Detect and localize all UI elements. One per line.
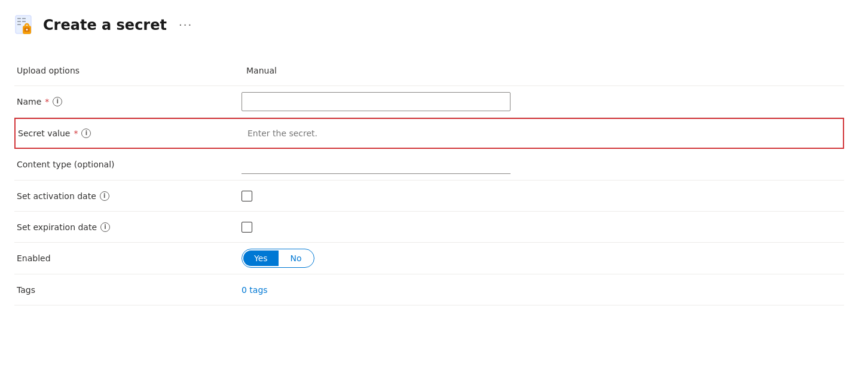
toggle-no-option[interactable]: No: [280, 249, 314, 267]
svg-rect-2: [17, 21, 21, 22]
svg-rect-4: [22, 18, 26, 19]
content-type-input[interactable]: [242, 155, 511, 174]
secret-icon: [14, 14, 36, 36]
svg-rect-5: [22, 21, 26, 22]
tags-control: 0 tags: [242, 285, 844, 295]
page-header: Create a secret ···: [14, 14, 844, 36]
svg-point-9: [26, 29, 28, 30]
secret-value-row: Secret value * i: [14, 118, 844, 149]
secret-value-input[interactable]: [243, 124, 512, 143]
secret-value-required-star: *: [74, 129, 78, 138]
name-control: [242, 92, 844, 111]
activation-date-control: [242, 191, 844, 201]
enabled-toggle[interactable]: Yes No: [242, 249, 314, 268]
secret-value-info-icon[interactable]: i: [81, 129, 91, 138]
expiration-date-label: Set expiration date i: [14, 222, 242, 232]
tags-row: Tags 0 tags: [14, 274, 844, 305]
expiration-date-checkbox[interactable]: [242, 222, 252, 233]
secret-value-control: [243, 124, 843, 143]
activation-date-info-icon[interactable]: i: [100, 191, 109, 201]
enabled-row: Enabled Yes No: [14, 243, 844, 274]
more-options-button[interactable]: ···: [174, 17, 197, 33]
svg-rect-3: [17, 24, 21, 25]
activation-date-row: Set activation date i: [14, 181, 844, 212]
upload-options-label: Upload options: [14, 66, 242, 75]
name-label: Name * i: [14, 97, 242, 106]
content-type-control: [242, 155, 844, 174]
form-container: Upload options Manual Name * i Secret va…: [14, 55, 844, 305]
enabled-label: Enabled: [14, 253, 242, 263]
name-info-icon[interactable]: i: [53, 97, 62, 106]
expiration-date-info-icon[interactable]: i: [100, 222, 110, 232]
name-required-star: *: [45, 97, 49, 106]
expiration-date-control: [242, 222, 844, 233]
upload-options-row: Upload options Manual: [14, 55, 844, 86]
svg-rect-1: [17, 18, 21, 19]
toggle-yes-option[interactable]: Yes: [243, 250, 279, 266]
page-title: Create a secret: [43, 17, 167, 33]
expiration-date-row: Set expiration date i: [14, 212, 844, 243]
upload-options-value: Manual: [242, 66, 282, 75]
upload-options-control: Manual: [242, 66, 844, 75]
content-type-label: Content type (optional): [14, 160, 242, 169]
name-row: Name * i: [14, 86, 844, 118]
activation-date-checkbox[interactable]: [242, 191, 252, 201]
secret-value-label: Secret value * i: [16, 129, 243, 138]
tags-label: Tags: [14, 285, 242, 295]
tags-link[interactable]: 0 tags: [242, 285, 268, 295]
enabled-control: Yes No: [242, 249, 844, 268]
content-type-row: Content type (optional): [14, 149, 844, 181]
name-input[interactable]: [242, 92, 511, 111]
activation-date-label: Set activation date i: [14, 191, 242, 201]
page-container: Create a secret ··· Upload options Manua…: [0, 0, 868, 329]
